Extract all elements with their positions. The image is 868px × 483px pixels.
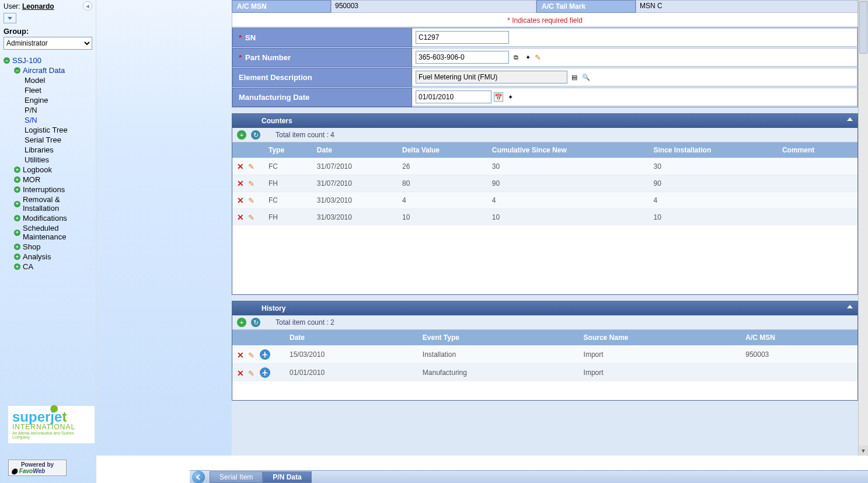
delete-icon[interactable]: ✕ [237,213,244,222]
superjet-logo: superj⬤et INTERNATIONAL An Alenia Aerona… [8,406,95,443]
tab-serial-item[interactable]: Serial Item [210,471,263,483]
counters-refresh-button[interactable]: ↻ [251,130,260,140]
table-row: ✕ FC31/07/2010263030 [232,158,857,175]
table-row: ✕ FC31/03/2010444 [232,192,857,209]
tree-removal-installation[interactable]: Removal & Installation [4,194,92,213]
edit-icon[interactable] [248,369,256,377]
tree-analysis[interactable]: Analysis [4,252,92,262]
part-number-label: Part Number [245,53,291,62]
user-prefix: User: [4,2,20,11]
tree-root[interactable]: SSJ-100 [4,55,92,65]
user-link[interactable]: Leonardo [22,2,54,11]
tree-shop[interactable]: Shop [4,242,92,252]
counters-add-button[interactable]: + [237,130,246,140]
event-icon[interactable] [260,349,270,360]
delete-icon[interactable]: ✕ [237,179,244,188]
form-block: *SN *Part Number ⧉ ✦ Element Descri [232,27,858,107]
tree-serial-tree[interactable]: Serial Tree [4,135,92,145]
tab-back-button[interactable] [192,471,205,484]
counters-header[interactable]: Counters [232,114,857,128]
bottom-tab-bar: Serial Item P/N Data [190,470,868,483]
left-gutter [96,0,232,456]
ac-msn-value: 950003 [331,0,536,13]
ac-msn-label: A/C MSN [232,0,331,13]
tail-value: MSN C [636,0,858,13]
history-collapse-icon[interactable] [847,305,853,308]
tree-scheduled-maintenance[interactable]: Scheduled Maintenance [4,223,92,242]
mfg-date-label: Manufacturing Date [239,93,309,102]
table-row: ✕ 15/03/2010InstallationImport950003 [232,346,857,364]
part-number-input[interactable] [416,51,509,64]
tree-interruptions[interactable]: Interruptions [4,185,92,194]
tree-model[interactable]: Model [4,75,92,85]
edit-icon[interactable] [248,351,256,359]
delete-icon[interactable]: ✕ [237,369,244,378]
mfg-date-clear-icon[interactable]: ✦ [506,92,515,102]
group-select[interactable]: Administrator [4,37,92,50]
element-desc-open-icon[interactable]: ▤ [570,72,579,82]
part-number-edit-icon[interactable] [535,53,543,61]
nav-back-icon[interactable]: ◄ [83,1,92,11]
history-count: Total item count : 2 [276,318,334,326]
nav-tree: SSJ-100 Aircraft Data Model Fleet Engine… [4,55,92,272]
tree-engine[interactable]: Engine [4,95,92,105]
table-row: ✕ FH31/03/2010101010 [232,209,857,226]
sn-input[interactable] [416,31,509,44]
element-desc-input [416,71,567,84]
event-icon[interactable] [260,367,270,378]
edit-icon[interactable] [248,213,256,221]
required-field-message: * Indicates required field [232,13,858,27]
sidebar: User: Leonardo ◄ Group: Administrator SS… [0,0,96,483]
nav-dropdown-button[interactable] [4,13,16,23]
history-add-button[interactable]: + [237,318,246,327]
header-strip: A/C MSN 950003 A/C Tail Mark MSN C [232,0,858,13]
tree-modifications[interactable]: Modifications [4,213,92,223]
tail-label: A/C Tail Mark [536,0,636,13]
history-header[interactable]: History [232,301,857,315]
tree-pn[interactable]: P/N [4,105,92,115]
element-desc-search-icon[interactable]: 🔍 [581,72,591,82]
table-row: ✕ FH31/07/2010809090 [232,175,857,192]
group-label: Group: [4,27,92,36]
tree-aircraft-data[interactable]: Aircraft Data [4,65,92,75]
element-desc-label: Element Description [239,73,312,82]
delete-icon[interactable]: ✕ [237,196,244,205]
table-row: ✕ 01/01/2010ManufacturingImport [232,364,857,382]
svg-marker-0 [8,17,12,20]
counters-collapse-icon[interactable] [847,117,853,121]
tree-libraries[interactable]: Libraries [4,145,92,155]
tree-utilities[interactable]: Utilities [4,155,92,165]
history-panel: History + ↻ Total item count : 2 Date [232,301,858,401]
part-number-lookup-icon[interactable]: ⧉ [511,53,521,62]
vertical-scrollbar[interactable]: ▲ ▼ [858,0,868,456]
counters-panel: Counters + ↻ Total item count : 4 Type [232,113,858,295]
history-refresh-button[interactable]: ↻ [251,318,260,327]
mfg-date-input[interactable] [416,91,491,103]
part-number-clear-icon[interactable]: ✦ [523,53,532,62]
tree-ca[interactable]: CA [4,262,92,272]
history-table: Date Event Type Source Name A/C MSN ✕ 15… [232,330,857,381]
calendar-icon[interactable]: 📅 [494,92,503,102]
edit-icon[interactable] [248,196,256,204]
counters-table: Type Date Delta Value Cumulative Since N… [232,143,857,225]
content-panel: A/C MSN 950003 A/C Tail Mark MSN C * Ind… [232,0,858,456]
sn-label: SN [245,33,256,42]
tree-fleet[interactable]: Fleet [4,85,92,95]
delete-icon[interactable]: ✕ [237,350,244,360]
counters-count: Total item count : 4 [276,131,334,139]
tree-logbook[interactable]: Logbook [4,165,92,175]
powered-by-badge: Powered by ⬤ FavoWeb [8,460,67,476]
tree-mor[interactable]: MOR [4,175,92,185]
edit-icon[interactable] [248,162,256,171]
tab-pn-data[interactable]: P/N Data [263,471,311,483]
tree-logistic-tree[interactable]: Logistic Tree [4,125,92,135]
edit-icon[interactable] [248,179,256,187]
tree-sn[interactable]: S/N [4,115,92,125]
delete-icon[interactable]: ✕ [237,162,244,171]
